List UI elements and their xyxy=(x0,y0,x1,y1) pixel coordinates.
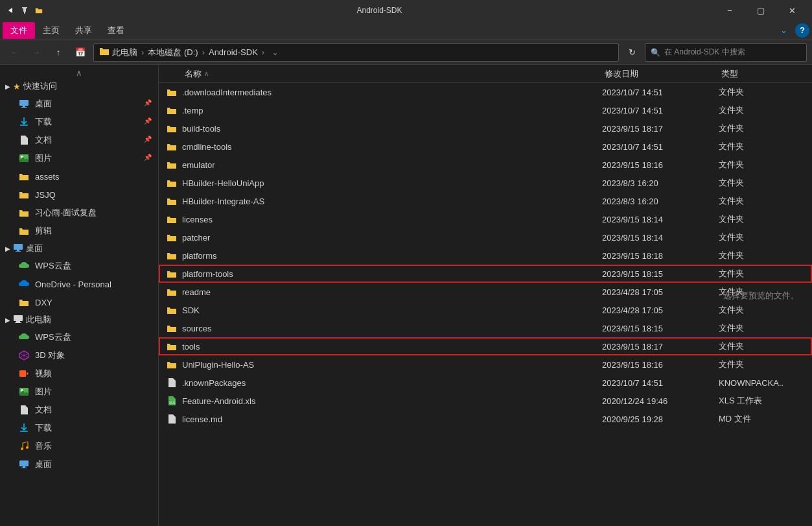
file-row[interactable]: platform-tools 2023/9/15 18:15 文件夹 xyxy=(159,265,812,283)
refresh-button[interactable]: ↻ xyxy=(623,43,641,62)
svg-rect-4 xyxy=(19,100,29,106)
svg-rect-3 xyxy=(24,12,25,14)
sidebar-label: 下载 xyxy=(35,116,52,128)
sidebar-desktop-header[interactable]: ▶ 桌面 xyxy=(0,240,158,257)
file-type: 文件夹 xyxy=(719,86,809,98)
column-date-label: 修改日期 xyxy=(605,69,638,78)
file-icon xyxy=(161,197,182,206)
column-name-header[interactable]: 名称 ∧ xyxy=(159,68,605,80)
breadcrumb-drive[interactable]: 本地磁盘 (D:) xyxy=(148,47,198,58)
preview-text: 选择要预览的文件。 xyxy=(723,291,799,300)
file-type: 文件夹 xyxy=(719,304,809,316)
file-type: 文件夹 xyxy=(719,322,809,334)
sidebar-item-docs2[interactable]: 文档 xyxy=(0,401,158,419)
sidebar-label: 下载 xyxy=(35,422,52,434)
file-row[interactable]: platforms 2023/9/15 18:18 文件夹 xyxy=(159,246,812,265)
sidebar-label: 剪辑 xyxy=(35,225,52,237)
column-date-header[interactable]: 修改日期 xyxy=(605,68,721,80)
forward-button[interactable]: → xyxy=(27,43,45,62)
close-button[interactable]: ✕ xyxy=(777,0,807,21)
file-row[interactable]: .downloadIntermediates 2023/10/7 14:51 文… xyxy=(159,83,812,101)
sidebar-item-3d[interactable]: 3D 对象 xyxy=(0,346,158,365)
file-type: 文件夹 xyxy=(719,359,809,370)
pin-icon[interactable] xyxy=(19,5,30,16)
sidebar-computer-header[interactable]: ▶ 此电脑 xyxy=(0,311,158,328)
sidebar-item-desktop2[interactable]: 桌面 xyxy=(0,455,158,473)
file-row[interactable]: SDK 2023/4/28 17:05 文件夹 xyxy=(159,301,812,319)
minimize-button[interactable]: − xyxy=(715,0,745,21)
sidebar-scroll-up[interactable]: ∧ xyxy=(0,67,158,78)
breadcrumb-computer[interactable]: 此电脑 xyxy=(112,47,137,58)
folder-icon[interactable] xyxy=(34,5,44,16)
back-nav-icon[interactable] xyxy=(5,5,16,16)
search-bar[interactable]: 🔍 在 Android-SDK 中搜索 xyxy=(645,43,807,62)
sidebar-item-wps2[interactable]: WPS云盘 xyxy=(0,328,158,346)
up-button[interactable]: ↑ xyxy=(49,43,67,62)
help-button[interactable]: ? xyxy=(795,23,809,38)
column-type-header[interactable]: 类型 xyxy=(721,68,812,80)
sidebar-item-download1[interactable]: 下载 📌 xyxy=(0,113,158,131)
file-icon: XLS xyxy=(161,396,182,406)
file-row[interactable]: UniPlugin-Hello-AS 2023/9/15 18:16 文件夹 xyxy=(159,355,812,374)
pin-icon: 📌 xyxy=(144,136,153,145)
file-row[interactable]: patcher 2023/9/15 18:14 文件夹 xyxy=(159,228,812,246)
svg-rect-25 xyxy=(21,468,27,468)
sidebar-item-pics1[interactable]: 图片 📌 xyxy=(0,149,158,167)
back-button[interactable]: ← xyxy=(5,43,23,62)
menu-view[interactable]: 查看 xyxy=(100,22,132,39)
maximize-button[interactable]: ▢ xyxy=(746,0,776,21)
file-row[interactable]: licenses 2023/9/15 18:14 文件夹 xyxy=(159,210,812,228)
sidebar-item-onedrive[interactable]: OneDrive - Personal xyxy=(0,275,158,293)
sidebar-label: 习心雨-面试复盘 xyxy=(35,207,97,219)
breadcrumb-dropdown[interactable]: ⌄ xyxy=(268,43,281,62)
svg-marker-0 xyxy=(8,8,12,13)
folder-icon xyxy=(18,189,30,200)
onedrive-icon xyxy=(18,278,30,290)
sidebar-item-video[interactable]: 视频 xyxy=(0,365,158,383)
sidebar-item-dxy[interactable]: DXY xyxy=(0,293,158,311)
file-type: MD 文件 xyxy=(719,413,809,425)
menu-file[interactable]: 文件 xyxy=(3,22,35,39)
sidebar-item-edit[interactable]: 剪辑 xyxy=(0,222,158,240)
dropdown-button[interactable]: ⌄ xyxy=(774,23,793,38)
menu-share[interactable]: 共享 xyxy=(67,22,100,39)
sidebar-item-music[interactable]: 音乐 xyxy=(0,437,158,455)
sidebar-item-docs1[interactable]: 文档 📌 xyxy=(0,131,158,149)
file-row[interactable]: tools 2023/9/15 18:17 文件夹 xyxy=(159,337,812,355)
file-row[interactable]: sources 2023/9/15 18:15 文件夹 xyxy=(159,319,812,337)
breadcrumb-folder[interactable]: Android-SDK xyxy=(209,47,258,57)
file-row[interactable]: build-tools 2023/9/15 18:17 文件夹 xyxy=(159,119,812,137)
file-row[interactable]: license.md 2020/9/25 19:28 MD 文件 xyxy=(159,410,812,428)
file-date: 2023/10/7 14:51 xyxy=(602,378,719,388)
file-date: 2023/9/15 18:17 xyxy=(602,124,719,134)
file-icon xyxy=(161,142,182,151)
file-icon xyxy=(161,342,182,351)
file-list-header[interactable]: 名称 ∧ 修改日期 类型 xyxy=(159,65,812,83)
file-row[interactable]: emulator 2023/9/15 18:16 文件夹 xyxy=(159,156,812,174)
sidebar-item-assets[interactable]: assets xyxy=(0,167,158,185)
sidebar-quick-access-header[interactable]: ▶ ★ 快速访问 xyxy=(0,78,158,95)
sidebar-item-interview[interactable]: 习心雨-面试复盘 xyxy=(0,204,158,222)
sidebar-item-jsjq[interactable]: JSJQ xyxy=(0,185,158,204)
file-list: .downloadIntermediates 2023/10/7 14:51 文… xyxy=(159,83,812,526)
file-row[interactable]: .temp 2023/10/7 14:51 文件夹 xyxy=(159,101,812,119)
file-row[interactable]: HBuilder-Integrate-AS 2023/8/3 16:20 文件夹 xyxy=(159,192,812,210)
svg-rect-16 xyxy=(19,370,26,377)
sidebar-item-pics2[interactable]: 图片 xyxy=(0,383,158,401)
sidebar-item-download2[interactable]: 下载 xyxy=(0,419,158,437)
recent-button[interactable]: 📅 xyxy=(71,43,89,62)
file-row[interactable]: cmdline-tools 2023/10/7 14:51 文件夹 xyxy=(159,137,812,156)
file-row[interactable]: .knownPackages 2023/10/7 14:51 KNOWNPACK… xyxy=(159,374,812,392)
file-name: HBuilder-HelloUniApp xyxy=(182,178,602,188)
file-name: cmdline-tools xyxy=(182,142,602,152)
sidebar-item-desktop1[interactable]: 桌面 📌 xyxy=(0,95,158,113)
menu-right-area: ⌄ ? xyxy=(774,23,809,38)
sidebar-label: 图片 xyxy=(35,386,52,398)
sidebar-label: WPS云盘 xyxy=(35,331,71,343)
menu-home[interactable]: 主页 xyxy=(35,22,67,39)
file-row[interactable]: XLS Feature-Android.xls 2020/12/24 19:46… xyxy=(159,392,812,410)
address-breadcrumb[interactable]: 此电脑 › 本地磁盘 (D:) › Android-SDK › ⌄ xyxy=(93,43,619,62)
sidebar-item-wps1[interactable]: WPS云盘 xyxy=(0,257,158,275)
file-row[interactable]: HBuilder-HelloUniApp 2023/8/3 16:20 文件夹 xyxy=(159,174,812,192)
file-row[interactable]: readme 2023/4/28 17:05 文件夹 xyxy=(159,283,812,301)
